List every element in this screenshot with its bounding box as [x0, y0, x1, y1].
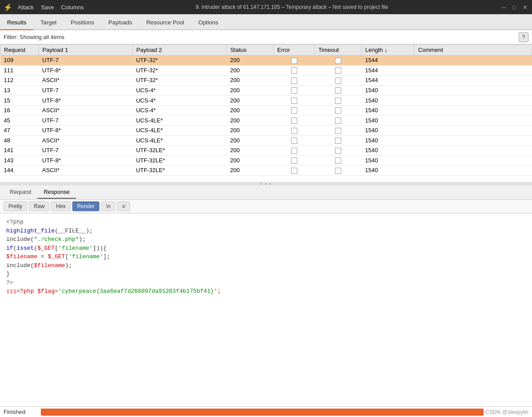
view-btn--[interactable]: ≡ — [117, 201, 130, 211]
payload2-cell: UTF-32* — [133, 65, 227, 75]
table-row[interactable]: 111UTF-8*UTF-32*2001544 — [0, 65, 532, 75]
code-line: } — [6, 270, 526, 279]
payload2-cell: UCS-4* — [133, 85, 227, 95]
length-cell: 1540 — [362, 165, 414, 176]
menu-columns[interactable]: Columns — [61, 4, 84, 11]
request-cell: 45 — [0, 115, 39, 126]
view-btn-Raw[interactable]: Raw — [29, 201, 49, 211]
col-header-error[interactable]: Error — [273, 45, 315, 55]
error-checkbox[interactable] — [291, 107, 297, 114]
menu-save[interactable]: Save — [41, 4, 54, 11]
timeout-checkbox[interactable] — [335, 58, 341, 64]
tab-payloads[interactable]: Payloads — [101, 16, 139, 30]
payload2-cell: UCS-4* — [133, 95, 227, 106]
timeout-checkbox[interactable] — [335, 157, 341, 164]
payload2-cell: UCS-4LE* — [133, 125, 227, 135]
timeout-checkbox[interactable] — [335, 78, 341, 84]
error-checkbox[interactable] — [291, 118, 297, 124]
payload1-cell: ASCII* — [39, 75, 133, 86]
timeout-checkbox[interactable] — [335, 138, 341, 144]
code-line: $filename = $_GET['filename']; — [6, 252, 526, 261]
error-checkbox[interactable] — [291, 78, 297, 84]
filter-label: Filter: Showing all items — [4, 34, 519, 40]
tab-results[interactable]: Results — [0, 16, 33, 30]
status-cell: 200 — [226, 75, 273, 86]
view-btn-Hex[interactable]: Hex — [51, 201, 70, 211]
results-table: RequestPayload 1Payload 2StatusErrorTime… — [0, 44, 532, 176]
request-cell: 13 — [0, 85, 39, 95]
window-title: 9. Intruder attack of 61.147.171.105 – T… — [89, 4, 495, 10]
error-checkbox[interactable] — [291, 98, 297, 104]
tab-target[interactable]: Target — [33, 16, 63, 30]
error-checkbox[interactable] — [291, 58, 297, 64]
req-resp-tab-response[interactable]: Response — [37, 186, 76, 199]
table-row[interactable]: 144ASCII*UTF-32LE*2001540 — [0, 165, 532, 176]
timeout-checkbox[interactable] — [335, 87, 341, 94]
payload2-cell: UTF-32* — [133, 75, 227, 86]
close-button[interactable]: ✕ — [521, 4, 528, 11]
tab-positions[interactable]: Positions — [64, 16, 102, 30]
table-row[interactable]: 141UTF-7UTF-32LE*2001540 — [0, 146, 532, 156]
length-cell: 1540 — [362, 105, 414, 115]
col-header-length--[interactable]: Length ↓ — [362, 45, 414, 55]
request-cell: 16 — [0, 105, 39, 115]
error-checkbox[interactable] — [291, 157, 297, 164]
timeout-checkbox[interactable] — [335, 98, 341, 104]
length-cell: 1540 — [362, 125, 414, 135]
comment-cell — [414, 135, 532, 146]
table-row[interactable]: 109UTF-7UTF-32*2001544 — [0, 55, 532, 66]
error-checkbox[interactable] — [291, 128, 297, 134]
col-header-request[interactable]: Request — [0, 45, 39, 55]
resize-handle[interactable]: • • • — [0, 182, 532, 185]
timeout-checkbox[interactable] — [335, 107, 341, 114]
view-btn-Pretty[interactable]: Pretty — [4, 201, 27, 211]
comment-cell — [414, 125, 532, 135]
col-header-payload-2[interactable]: Payload 2 — [133, 45, 227, 55]
request-cell: 144 — [0, 165, 39, 176]
length-cell: 1540 — [362, 135, 414, 146]
table-row[interactable]: 143UTF-8*UTF-32LE*2001540 — [0, 155, 532, 165]
request-cell: 141 — [0, 146, 39, 156]
col-header-timeout[interactable]: Timeout — [315, 45, 362, 55]
length-cell: 1540 — [362, 115, 414, 126]
col-header-status[interactable]: Status — [226, 45, 273, 55]
timeout-checkbox[interactable] — [335, 128, 341, 134]
timeout-checkbox[interactable] — [335, 168, 341, 174]
tab-options[interactable]: Options — [191, 16, 225, 30]
error-checkbox[interactable] — [291, 138, 297, 144]
comment-cell — [414, 155, 532, 165]
table-row[interactable]: 112ASCII*UTF-32*2001544 — [0, 75, 532, 86]
req-resp-tab-request[interactable]: Request — [4, 186, 37, 199]
payload2-cell: UTF-32LE* — [133, 146, 227, 156]
error-checkbox[interactable] — [291, 168, 297, 174]
maximize-button[interactable]: □ — [511, 4, 518, 11]
comment-cell — [414, 85, 532, 95]
view-btn-Render[interactable]: Render — [72, 201, 99, 211]
minimize-button[interactable]: ─ — [500, 4, 507, 11]
menu-attack[interactable]: Attack — [18, 4, 34, 11]
error-checkbox[interactable] — [291, 148, 297, 154]
watermark: CSDN @steepylin — [485, 409, 528, 415]
timeout-checkbox[interactable] — [335, 67, 341, 74]
table-row[interactable]: 15UTF-8*UCS-4*2001540 — [0, 95, 532, 106]
table-row[interactable]: 48ASCII*UCS-4LE*2001540 — [0, 135, 532, 146]
timeout-checkbox[interactable] — [335, 148, 341, 154]
col-header-comment[interactable]: Comment — [414, 45, 532, 55]
col-header-payload-1[interactable]: Payload 1 — [39, 45, 133, 55]
tab-resource-pool[interactable]: Resource Pool — [139, 16, 191, 30]
table-row[interactable]: 13UTF-7UCS-4*2001540 — [0, 85, 532, 95]
table-row[interactable]: 45UTF-7UCS-4LE*2001540 — [0, 115, 532, 126]
error-checkbox[interactable] — [291, 87, 297, 94]
status-cell: 200 — [226, 95, 273, 106]
table-row[interactable]: 47UTF-8*UCS-4LE*2001540 — [0, 125, 532, 135]
table-row[interactable]: 16ASCII*UCS-4*2001540 — [0, 105, 532, 115]
view-btn--n[interactable]: \n — [101, 201, 115, 211]
help-button[interactable]: ? — [519, 32, 528, 42]
status-cell: 200 — [226, 105, 273, 115]
request-cell: 143 — [0, 155, 39, 165]
request-cell: 109 — [0, 55, 39, 66]
error-checkbox[interactable] — [291, 67, 297, 74]
comment-cell — [414, 146, 532, 156]
payload1-cell: UTF-8* — [39, 125, 133, 135]
timeout-checkbox[interactable] — [335, 118, 341, 124]
